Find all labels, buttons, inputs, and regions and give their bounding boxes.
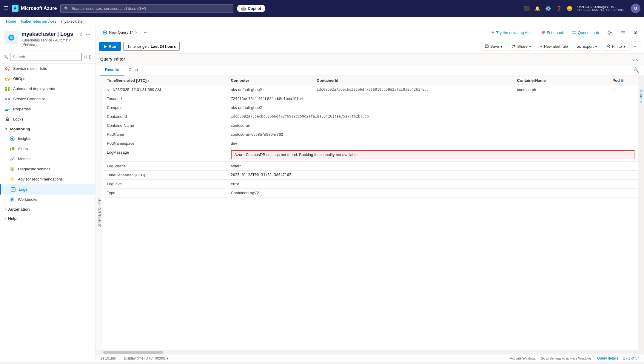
feedback-button[interactable]: Feedback <box>538 29 567 36</box>
sidebar-item-locks-label: Locks <box>13 117 23 121</box>
time-range-label: Time range : <box>127 44 149 49</box>
field-podnamespace-value: dev <box>227 139 638 148</box>
tab-close-icon[interactable]: ✕ <box>135 31 137 34</box>
detail-row-logsource: LogSource stderr <box>103 162 638 171</box>
alerts-icon <box>10 146 15 152</box>
svg-line-7 <box>7 68 8 68</box>
svg-rect-23 <box>6 119 9 121</box>
sidebar-item-logs[interactable]: Logs <box>0 184 95 195</box>
sidebar-item-gitops[interactable]: GitOps <box>0 74 95 84</box>
sidebar-section-monitoring[interactable]: ▼ Monitoring <box>0 124 95 134</box>
field-logsource-value: stderr <box>227 162 638 171</box>
time-range-button[interactable]: Time range : Last 24 hours <box>123 42 180 51</box>
logs-icon <box>10 187 16 192</box>
save-button[interactable]: Save ▾ <box>481 42 506 51</box>
field-podname-value: contoso-air-6c58b7d986-rr762 <box>227 130 638 139</box>
more-options-icon[interactable]: ··· <box>86 31 90 38</box>
query-tab-label: New Query 1* <box>109 30 133 35</box>
resource-header-actions: ☆ ··· <box>79 31 90 38</box>
sidebar-item-advisor[interactable]: Advisor recommendations <box>0 174 95 184</box>
avatar[interactable]: U <box>631 4 640 13</box>
copilot-button[interactable]: 🤖 Copilot <box>237 5 265 12</box>
sidebar-section-help[interactable]: › Help <box>0 214 95 223</box>
svg-rect-27 <box>12 147 13 150</box>
favorite-icon[interactable]: ☆ <box>79 31 84 38</box>
sidebar-item-diagnostic[interactable]: Diagnostic settings <box>0 164 95 174</box>
view-toggle-button[interactable] <box>617 29 628 36</box>
columns-button[interactable]: Columns <box>639 89 644 104</box>
close-button[interactable]: ✕ <box>634 29 638 36</box>
field-containerid-value: 1dc08b92a73decbc326b6df72f6919cc59d2afa1… <box>227 112 638 121</box>
try-new-button[interactable]: Try the new Log An... <box>488 29 536 36</box>
pin-button[interactable]: Pin to ▾ <box>603 42 628 51</box>
columns-icon[interactable]: ⊞ <box>621 79 623 82</box>
display-time[interactable]: Display time (UTC+00:00) ▾ <box>124 356 168 360</box>
sidebar-item-alerts[interactable]: Alerts <box>0 144 95 154</box>
sidebar-item-metrics[interactable]: Metrics <box>0 154 95 164</box>
notification-icon[interactable]: 🔔 <box>534 6 540 11</box>
global-search-box[interactable]: 🔍 <box>60 4 233 13</box>
row-expand-icon[interactable]: ∨ <box>107 87 110 92</box>
th-container-name[interactable]: ContainerName <box>514 76 609 85</box>
settings-button[interactable] <box>604 29 615 36</box>
svg-rect-31 <box>12 168 13 171</box>
th-container-id[interactable]: ContainerId <box>313 76 513 85</box>
field-type-name: Type <box>103 189 227 198</box>
tab-chart[interactable]: Chart <box>124 64 143 75</box>
sidebar-item-insights[interactable]: Insights <box>0 134 95 144</box>
feedback-icon[interactable]: 😊 <box>567 6 573 11</box>
export-icon <box>577 44 581 48</box>
resource-icon <box>5 31 18 44</box>
sidebar-search-input[interactable] <box>10 53 82 61</box>
query-details-link[interactable]: Query details <box>597 356 618 360</box>
th-time-generated[interactable]: TimeGenerated [UTC] ↑↓ <box>103 76 227 85</box>
service-connector-icon <box>5 96 10 102</box>
export-button[interactable]: Export ▾ <box>574 42 601 51</box>
export-chevron-icon: ▾ <box>595 44 597 49</box>
query-tab[interactable]: New Query 1* ✕ <box>99 28 141 37</box>
th-computer[interactable]: Computer <box>227 76 313 85</box>
user-info[interactable]: User1-47751306@LODS... LODS-PROD-MCA (LO… <box>577 5 626 12</box>
sidebar-item-workbooks[interactable]: Workbooks <box>0 195 95 205</box>
tab-results[interactable]: Results <box>100 64 124 75</box>
results-search-icon[interactable]: 🔍 <box>633 67 639 73</box>
time-range-value: Last 24 hours <box>151 44 176 49</box>
sort-icon[interactable]: ↑↓ <box>148 79 151 82</box>
th-pod[interactable]: Pod ⊞ <box>609 76 638 85</box>
svg-rect-48 <box>621 31 625 32</box>
log-message-highlighted: Azure CosmosDB settings not found. Booki… <box>231 150 634 159</box>
display-time-chevron: ▾ <box>167 356 168 360</box>
sidebar-item-service-connector[interactable]: Service Connector <box>0 94 95 104</box>
more-actions-button[interactable]: ··· <box>631 41 640 51</box>
scroll-thumb[interactable] <box>103 351 163 354</box>
share-button[interactable]: Share ▾ <box>508 42 534 51</box>
nav-back-icon[interactable]: ◁ <box>84 54 87 59</box>
sidebar-item-properties[interactable]: Properties <box>0 104 95 114</box>
hamburger-icon[interactable]: ☰ <box>4 5 8 12</box>
sidebar-item-service-mesh[interactable]: Service mesh - Istio <box>0 64 95 74</box>
new-alert-button[interactable]: + New alert rule <box>537 42 571 51</box>
plus-icon: + <box>540 44 543 49</box>
queries-hub-button[interactable]: Queries hub <box>569 29 602 36</box>
locks-icon <box>5 117 10 122</box>
schema-filter-panel[interactable]: Schema and Filter <box>95 76 103 350</box>
nav-collapse-icon[interactable]: ⟨⟩ <box>89 54 92 59</box>
breadcrumb-home[interactable]: Home <box>6 19 16 24</box>
settings-icon[interactable]: ⚙️ <box>545 6 551 11</box>
run-button[interactable]: ▶ Run <box>99 42 121 51</box>
collapse-editor-icon[interactable]: ⌄⌄ <box>631 56 639 62</box>
sidebar-item-locks[interactable]: Locks <box>0 114 95 124</box>
sidebar-nav-icons: ◁ ⟨⟩ <box>84 54 92 59</box>
global-search-input[interactable] <box>71 6 229 11</box>
help-icon[interactable]: ❓ <box>556 6 562 11</box>
cloud-shell-icon[interactable]: ⬛ <box>524 6 530 11</box>
detail-row-podname: PodName contoso-air-6c58b7d986-rr762 <box>103 130 638 139</box>
user-name: User1-47751306@LODS... <box>577 5 626 9</box>
detail-row-computer: Computer aks-default-ghpp2 <box>103 103 638 112</box>
sidebar-item-automated-deployments[interactable]: Automated deployments <box>0 84 95 94</box>
breadcrumb-sep2: › <box>58 19 59 24</box>
breadcrumb-service[interactable]: Kubernetes services <box>21 19 56 24</box>
sidebar-section-automation[interactable]: › Automation <box>0 205 95 214</box>
tab-add-button[interactable]: + <box>142 30 148 36</box>
svg-rect-43 <box>572 31 574 32</box>
